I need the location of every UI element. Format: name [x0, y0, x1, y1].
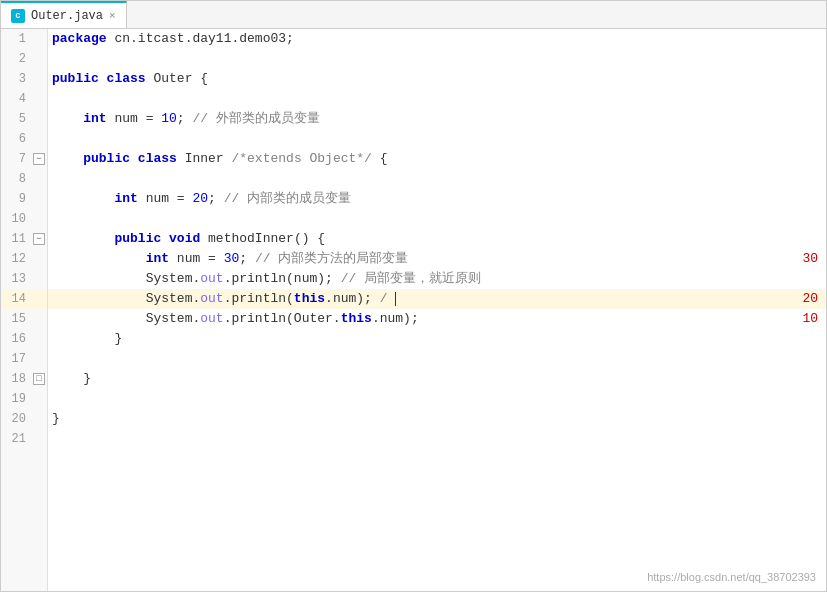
- line-num-10: 10: [1, 209, 31, 229]
- line-num-8: 8: [1, 169, 31, 189]
- line-num-12: 12: [1, 249, 31, 269]
- annotation-4: [786, 89, 826, 109]
- gutter-row-11: 11 −: [1, 229, 47, 249]
- code-line-6: [48, 129, 826, 149]
- line-num-6: 6: [1, 129, 31, 149]
- code-text-5: int num = 10; // 外部类的成员变量: [48, 109, 786, 129]
- fold-3: [31, 69, 47, 89]
- annotation-9: [786, 189, 826, 209]
- gutter-row-2: 2: [1, 49, 47, 69]
- line-num-21: 21: [1, 429, 31, 449]
- line-num-11: 11: [1, 229, 31, 249]
- code-line-16: }: [48, 329, 826, 349]
- line-num-16: 16: [1, 329, 31, 349]
- annotation-16: [786, 329, 826, 349]
- annotation-19: [786, 389, 826, 409]
- code-content-panel[interactable]: package cn.itcast.day11.demo03; public c…: [48, 29, 826, 591]
- line-num-1: 1: [1, 29, 31, 49]
- annotation-2: [786, 49, 826, 69]
- annotation-13: [786, 269, 826, 289]
- line-num-15: 15: [1, 309, 31, 329]
- code-text-3: public class Outer {: [48, 69, 786, 89]
- fold-19: [31, 389, 47, 409]
- fold-21: [31, 429, 47, 449]
- gutter-row-9: 9: [1, 189, 47, 209]
- gutter-row-10: 10: [1, 209, 47, 229]
- code-line-13: System.out.println(num); // 局部变量，就近原则: [48, 269, 826, 289]
- annotation-20: [786, 409, 826, 429]
- tab-label: Outer.java: [31, 9, 103, 23]
- gutter-row-1: 1: [1, 29, 47, 49]
- code-text-18: }: [48, 369, 786, 389]
- fold-4: [31, 89, 47, 109]
- tab-file-icon: c: [11, 9, 25, 23]
- code-line-14: System.out.println(this.num); / 20: [48, 289, 826, 309]
- annotation-11: [786, 229, 826, 249]
- code-text-14: System.out.println(this.num); /: [48, 289, 786, 309]
- code-line-12: int num = 30; // 内部类方法的局部变量 30: [48, 249, 826, 269]
- line-number-panel: 1 2 3 4 5: [1, 29, 48, 591]
- code-line-10: [48, 209, 826, 229]
- code-text-11: public void methodInner() {: [48, 229, 786, 249]
- code-text-4: [48, 89, 786, 109]
- fold-20: [31, 409, 47, 429]
- code-text-7: public class Inner /*extends Object*/ {: [48, 149, 786, 169]
- code-text-17: [48, 349, 786, 369]
- code-line-9: int num = 20; // 内部类的成员变量: [48, 189, 826, 209]
- code-line-11: public void methodInner() {: [48, 229, 826, 249]
- gutter-row-3: 3: [1, 69, 47, 89]
- code-text-13: System.out.println(num); // 局部变量，就近原则: [48, 269, 786, 289]
- code-area: 1 2 3 4 5: [1, 29, 826, 591]
- code-text-9: int num = 20; // 内部类的成员变量: [48, 189, 786, 209]
- annotation-1: [786, 29, 826, 49]
- fold-button-11[interactable]: −: [33, 233, 45, 245]
- annotation-5: [786, 109, 826, 129]
- fold-18[interactable]: □: [31, 369, 47, 389]
- fold-15: [31, 309, 47, 329]
- code-line-8: [48, 169, 826, 189]
- gutter-row-20: 20: [1, 409, 47, 429]
- tab-bar: c Outer.java ×: [1, 1, 826, 29]
- code-text-6: [48, 129, 786, 149]
- annotation-3: [786, 69, 826, 89]
- annotation-10: [786, 209, 826, 229]
- code-line-21: [48, 429, 826, 449]
- editor-container: c Outer.java × 1 2 3 4: [0, 0, 827, 592]
- tab-close-button[interactable]: ×: [109, 10, 116, 22]
- fold-7[interactable]: −: [31, 149, 47, 169]
- fold-11[interactable]: −: [31, 229, 47, 249]
- code-line-1: package cn.itcast.day11.demo03;: [48, 29, 826, 49]
- fold-17: [31, 349, 47, 369]
- gutter-row-18: 18 □: [1, 369, 47, 389]
- line-num-4: 4: [1, 89, 31, 109]
- code-line-19: [48, 389, 826, 409]
- code-text-12: int num = 30; // 内部类方法的局部变量: [48, 249, 786, 269]
- fold-12: [31, 249, 47, 269]
- code-text-19: [48, 389, 786, 409]
- annotation-6: [786, 129, 826, 149]
- gutter-row-19: 19: [1, 389, 47, 409]
- annotation-15: 10: [786, 309, 826, 329]
- fold-8: [31, 169, 47, 189]
- fold-button-18[interactable]: □: [33, 373, 45, 385]
- line-num-5: 5: [1, 109, 31, 129]
- line-num-13: 13: [1, 269, 31, 289]
- annotation-8: [786, 169, 826, 189]
- annotation-7: [786, 149, 826, 169]
- watermark: https://blog.csdn.net/qq_38702393: [647, 571, 816, 583]
- gutter-row-5: 5: [1, 109, 47, 129]
- fold-13: [31, 269, 47, 289]
- line-num-7: 7: [1, 149, 31, 169]
- fold-button-7[interactable]: −: [33, 153, 45, 165]
- fold-10: [31, 209, 47, 229]
- code-line-18: }: [48, 369, 826, 389]
- code-line-3: public class Outer {: [48, 69, 826, 89]
- fold-9: [31, 189, 47, 209]
- file-tab[interactable]: c Outer.java ×: [1, 1, 127, 28]
- fold-16: [31, 329, 47, 349]
- line-num-9: 9: [1, 189, 31, 209]
- fold-14: [31, 289, 47, 309]
- code-line-5: int num = 10; // 外部类的成员变量: [48, 109, 826, 129]
- line-num-19: 19: [1, 389, 31, 409]
- fold-5: [31, 109, 47, 129]
